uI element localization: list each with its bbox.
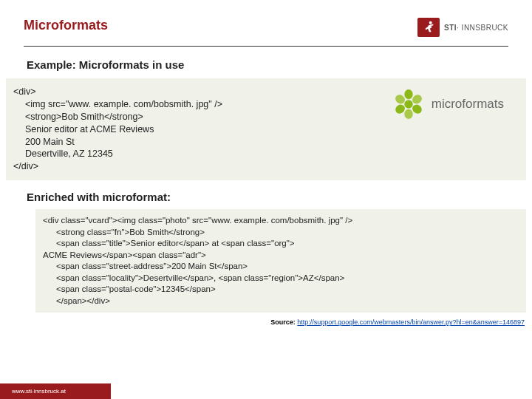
code-line: <div class="vcard"><img class="photo" sr… <box>43 215 519 227</box>
svg-point-0 <box>429 21 432 24</box>
sti-logo: STI· INNSBRUCK <box>417 18 508 37</box>
code-line: </span></div> <box>43 296 519 307</box>
enriched-label: Enriched with microformat: <box>27 191 508 203</box>
code-example-plain: <div> <img src="www. example. com/bobsmi… <box>6 78 526 180</box>
svg-point-1 <box>404 100 412 108</box>
logo-text: STI· INNSBRUCK <box>444 24 508 32</box>
code-line: Senior editor at ACME Reviews <box>13 123 519 136</box>
code-line: <span class="street-address">200 Main St… <box>43 261 519 273</box>
microformats-logo: microformats <box>393 89 504 120</box>
microformats-icon <box>393 89 424 120</box>
code-line: <span class="postal-code">12345</span> <box>43 284 519 296</box>
microformats-label: microformats <box>432 96 504 113</box>
source-label: Source: <box>270 318 297 326</box>
header-divider <box>24 46 508 47</box>
source-link[interactable]: http://support.google.com/webmasters/bin… <box>297 318 525 326</box>
code-example-microformat: <div class="vcard"><img class="photo" sr… <box>35 209 526 313</box>
footer-url: www.sti-innsbruck.at <box>0 383 111 399</box>
svg-point-2 <box>404 89 412 99</box>
code-line: ACME Reviews</span><span class="adr"> <box>43 250 519 262</box>
code-line: 200 Main St <box>13 136 519 149</box>
example-subtitle: Example: Microformats in use <box>27 58 508 71</box>
svg-point-5 <box>404 109 412 119</box>
code-line: <span class="title">Senior editor</span>… <box>43 238 519 250</box>
header: Microformats STI· INNSBRUCK <box>0 0 532 43</box>
logo-icon <box>417 18 440 37</box>
code-line: <span class="locality">Desertville</span… <box>43 273 519 284</box>
code-line: </div> <box>13 160 519 173</box>
code-line: <strong class="fn">Bob Smith</strong> <box>43 227 519 239</box>
code-line: Desertville, AZ 12345 <box>13 148 519 160</box>
page-title: Microformats <box>24 18 108 33</box>
running-person-icon <box>422 20 435 35</box>
source-citation: Source: http://support.google.com/webmas… <box>0 317 532 329</box>
